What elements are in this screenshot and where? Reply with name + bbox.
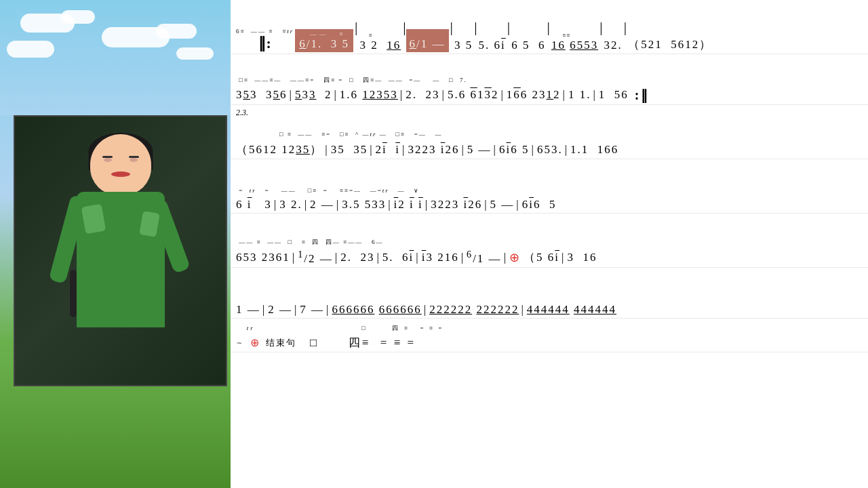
notes-6553: 16 6553 [551, 39, 598, 52]
r4-seg6: 3223 i26 [431, 198, 482, 211]
bar-5: | [507, 18, 510, 36]
row7-notes: □ 四≡ = ≡ = [310, 335, 416, 350]
r5-seg3: 2. 23 [340, 251, 374, 264]
row4-above: = tr = —— □≡ = ≡≡=— —=tr — ∨ [236, 187, 863, 198]
r5-bar4: | [416, 251, 419, 264]
sheet-music-panel: 6≡ —— ≡ ≡tr ‖: — — ≡ 6/1. 3 5 | ≡ 3 2 16… [231, 0, 868, 488]
sheet-row-2: □≡ ——≡— ——≡= 四≡ = □ 四≡— —— =— — □ 7. 353… [231, 54, 868, 105]
row2-content: □≡ ——≡— ——≡= 四≡ = □ 四≡— —— =— — □ 7. 353… [236, 76, 863, 103]
repeat-sign-start: 6≡ —— ≡ ≡tr ‖: [236, 28, 294, 52]
r6-bar5: | [521, 303, 524, 317]
r4-bar7: | [516, 198, 519, 211]
seg-32dot: 32. [604, 32, 623, 52]
row5-content: —— ≡ —— □ ≡ 四 四— ≡—— 6— 653 2361 | 1/2 —… [236, 238, 863, 266]
cloud-2 [61, 10, 95, 24]
highlighted-segment: — — ≡ 6/1. 3 5 [295, 29, 353, 52]
r4-bar6: | [484, 198, 488, 211]
r3-seg6: 6i6 5 [499, 143, 529, 157]
row4-main: 6 i 3 | 3 2. | 2 — | 3.5 533 | i2 i i | … [236, 198, 863, 211]
r5-bar3: | [376, 251, 380, 264]
r2-seg1: 353 356 [236, 88, 288, 102]
section-end-label: 结束句 [266, 337, 296, 349]
r3-seg4: 3223 i26 [408, 143, 459, 157]
r4-seg8: 6i6 5 [522, 198, 557, 211]
r2-bar5: | [500, 88, 504, 102]
r5-seg4: 5. 6i [382, 251, 414, 264]
r2-bar3: | [400, 88, 403, 102]
r4-bar4: | [388, 198, 391, 211]
r3-bar6: | [531, 143, 534, 157]
above-656 [511, 32, 545, 39]
video-panel [14, 115, 227, 386]
row2-main: 353 356 | 533 2 | 1.6 12353 | 2. 23 | 5.… [236, 87, 863, 103]
row3-content: □ ≡ —— ≡= □≡ ^ —tr — □≡ =— — （5612 1235）… [236, 127, 863, 157]
highlighted-segment-2: 6/1 — [406, 29, 449, 52]
sheet-row-1: 6≡ —— ≡ ≡tr ‖: — — ≡ 6/1. 3 5 | ≡ 3 2 16… [231, 0, 868, 54]
row4-content: = tr = —— □≡ = ≡≡=— —=tr — ∨ 6 i 3 | 3 2… [236, 187, 863, 211]
seg-32-16: ≡ 3 2 16 [359, 32, 401, 52]
r2-seg2: 533 2 [295, 88, 332, 102]
r2-seg4: 2. 23 [406, 88, 439, 102]
r6-seg1: 1 — [236, 303, 260, 317]
row5-above: —— ≡ —— □ ≡ 四 四— ≡—— 6— [236, 238, 863, 249]
seg-656: 6 5 6 [511, 32, 545, 52]
r5-bar2: | [335, 251, 338, 264]
r6-seg5: 222222 222222 [429, 303, 519, 317]
r2-seg6: 166 2312 [507, 88, 561, 102]
r6-bar3: | [326, 303, 330, 317]
r3-bar5: | [494, 143, 497, 157]
above-56i [479, 32, 506, 39]
row3-main: （5612 1235） | 35 35 | 2i i | 3223 i26 | … [236, 142, 863, 157]
r2-bar2: | [334, 88, 337, 102]
r6-seg3: 7 — [300, 303, 324, 317]
r6-seg2: 2 — [268, 303, 292, 317]
row7-above: tr □ 四 ≡ = ≡ = [236, 324, 863, 335]
r2-seg7: 1 1. [568, 88, 591, 102]
above-521 [628, 30, 712, 37]
bar-6: | [547, 18, 549, 36]
seg-16-6553: ≡≡ 16 6553 [551, 32, 598, 52]
r6-seg6: 444444 444444 [527, 303, 616, 317]
red-circle-end: ⊕ [250, 336, 260, 349]
row6-content: 1 — | 2 — | 7 — | 666666 666666 | 222222… [236, 292, 863, 317]
bar-7: | [599, 18, 602, 36]
r3-bar3: | [402, 143, 406, 157]
r2-seg8: 1 56 [599, 88, 629, 102]
r4-seg2: 3 2. [279, 198, 302, 211]
r3-seg5: 5 — [467, 143, 492, 157]
above-highlight: — — ≡ [299, 30, 349, 37]
r6-bar1: | [262, 303, 266, 317]
r6-seg4: 666666 666666 [332, 303, 421, 317]
above-h2 [410, 30, 446, 37]
seg-35: 3 5 [454, 32, 473, 52]
microphone [70, 270, 77, 317]
r5-seg2: 1/2 — [298, 249, 333, 266]
sheet-row-3: 2.3. □ ≡ —— ≡= □≡ ^ —tr — □≡ =— — （5612 … [231, 105, 868, 159]
bar-8: | [624, 18, 627, 36]
above-32dot [604, 32, 623, 39]
r4-seg4: 3.5 533 [342, 198, 386, 211]
r3-bar1: | [325, 143, 328, 157]
r5-seg7: （5 6i [524, 249, 559, 265]
r3-seg3: 2i i [376, 143, 400, 157]
r2-bar1: | [290, 88, 293, 102]
notes-35: 3 5 [454, 39, 473, 52]
row3-above: □ ≡ —— ≡= □≡ ^ —tr — □≡ =— — [236, 131, 863, 142]
r4-bar3: | [336, 198, 340, 211]
sheet-row-4: = tr = —— □≡ = ≡≡=— —=tr — ∨ 6 i 3 | 3 2… [231, 159, 868, 214]
r5-bar7: | [561, 251, 565, 264]
r4-bar2: | [304, 198, 308, 211]
sheet-row-7: tr □ 四 ≡ = ≡ = ～ ⊕ 结束句 □ 四≡ = ≡ = [231, 319, 868, 352]
notes-32: 3 2 16 [359, 39, 401, 52]
cloud-6 [176, 47, 214, 60]
row2-above: □≡ ——≡— ——≡= 四≡ = □ 四≡— —— =— — □ 7. [236, 76, 863, 87]
r2-seg3: 1.6 12353 [340, 88, 398, 102]
video-content [15, 117, 226, 385]
above-notation-r1: 6≡ —— ≡ ≡tr [236, 28, 294, 35]
above-35 [454, 32, 473, 39]
notes-656: 6 5 6 [511, 39, 545, 52]
r4-seg3: 2 — [310, 198, 334, 211]
r5-bar1: | [292, 251, 296, 264]
above-6553: ≡≡ [551, 32, 598, 39]
section-label-23: 2.3. [236, 108, 248, 118]
